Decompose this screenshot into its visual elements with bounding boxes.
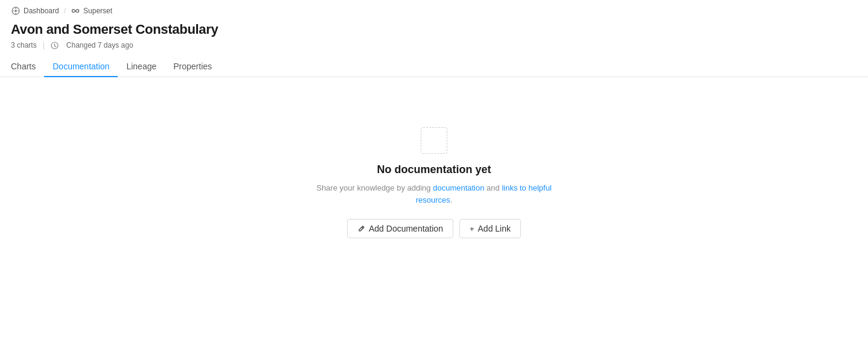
add-documentation-button[interactable]: Add Documentation	[347, 219, 453, 238]
charts-count: 3 charts	[11, 41, 37, 49]
breadcrumb-separator: /	[64, 7, 66, 15]
add-link-button[interactable]: + Add Link	[459, 219, 521, 238]
header-section: Avon and Somerset Constabulary 3 charts …	[0, 19, 868, 49]
breadcrumb: Dashboard / Superset	[0, 0, 868, 19]
dashboard-icon	[11, 6, 21, 16]
page-title: Avon and Somerset Constabulary	[11, 22, 857, 37]
tab-properties[interactable]: Properties	[165, 57, 220, 77]
tabs-section: Charts Documentation Lineage Properties	[0, 57, 868, 77]
svg-line-9	[362, 227, 363, 228]
empty-dashed-box	[421, 127, 447, 154]
documentation-content: No documentation yet Share your knowledg…	[0, 77, 868, 288]
add-link-label: Add Link	[478, 224, 511, 233]
edit-icon	[357, 225, 365, 233]
subtitle-link-documentation: documentation	[433, 183, 484, 192]
breadcrumb-dashboard-label: Dashboard	[24, 7, 59, 15]
meta-separator: |	[43, 41, 45, 49]
breadcrumb-dashboard[interactable]: Dashboard	[11, 6, 59, 16]
clock-icon	[51, 42, 59, 49]
action-buttons: Add Documentation + Add Link	[347, 219, 521, 238]
breadcrumb-superset[interactable]: Superset	[71, 7, 112, 15]
breadcrumb-superset-label: Superset	[83, 7, 112, 15]
subtitle-start: Share your knowledge by adding	[316, 183, 433, 192]
plus-icon: +	[470, 224, 474, 233]
empty-state-icon	[421, 127, 447, 154]
tab-lineage[interactable]: Lineage	[118, 57, 165, 77]
tab-charts[interactable]: Charts	[11, 57, 44, 77]
changed-label: Changed 7 days ago	[66, 41, 133, 49]
meta-row: 3 charts | Changed 7 days ago	[11, 41, 857, 49]
subtitle-mid: and	[484, 183, 502, 192]
svg-point-1	[14, 10, 17, 12]
tab-documentation[interactable]: Documentation	[44, 57, 118, 77]
svg-line-8	[54, 46, 56, 47]
superset-logo-icon	[71, 8, 80, 14]
add-documentation-label: Add Documentation	[369, 224, 443, 233]
empty-title: No documentation yet	[377, 163, 491, 176]
subtitle-end: .	[450, 195, 453, 204]
empty-subtitle: Share your knowledge by adding documenta…	[298, 182, 570, 206]
